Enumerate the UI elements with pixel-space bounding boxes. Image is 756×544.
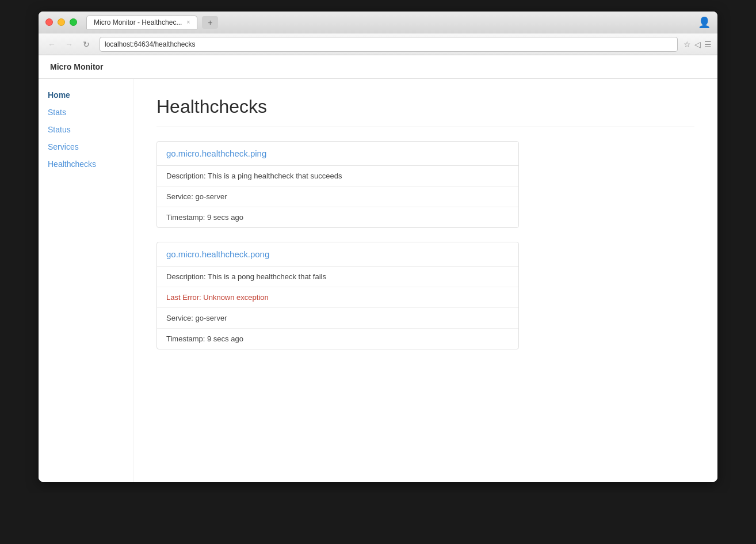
app-header: Micro Monitor bbox=[39, 55, 717, 79]
address-bar[interactable]: localhost:64634/healthchecks bbox=[100, 37, 678, 52]
close-button[interactable] bbox=[45, 18, 53, 26]
forward-button[interactable]: → bbox=[62, 37, 77, 52]
back-button[interactable]: ← bbox=[44, 37, 59, 52]
tab-close-icon[interactable]: × bbox=[186, 19, 190, 25]
healthcheck-service-ping: Service: go-server bbox=[157, 187, 518, 207]
main-content: Home Stats Status Services Healthchecks … bbox=[39, 79, 717, 482]
tab-bar: Micro Monitor - Healthchec... × + bbox=[86, 16, 698, 29]
healthcheck-service-pong: Service: go-server bbox=[157, 308, 518, 329]
refresh-button[interactable]: ↻ bbox=[79, 37, 94, 52]
title-bar: Micro Monitor - Healthchec... × + 👤 bbox=[39, 12, 717, 33]
sidebar-nav: Home Stats Status Services Healthchecks bbox=[48, 90, 124, 169]
healthcheck-description-ping: Description: This is a ping healthcheck … bbox=[157, 166, 518, 187]
nav-icons: ☆ ◁ ☰ bbox=[684, 40, 712, 49]
sidebar-item-services[interactable]: Services bbox=[48, 142, 124, 151]
url-display: localhost:64634/healthchecks bbox=[105, 40, 195, 48]
traffic-lights bbox=[45, 18, 77, 26]
user-icon: 👤 bbox=[698, 16, 711, 29]
new-tab-button[interactable]: + bbox=[202, 16, 218, 29]
sidebar: Home Stats Status Services Healthchecks bbox=[39, 79, 133, 482]
nav-bar: ← → ↻ localhost:64634/healthchecks ☆ ◁ ☰ bbox=[39, 33, 717, 55]
healthcheck-timestamp-ping: Timestamp: 9 secs ago bbox=[157, 207, 518, 227]
app-title: Micro Monitor bbox=[50, 62, 104, 71]
healthcheck-timestamp-pong: Timestamp: 9 secs ago bbox=[157, 329, 518, 349]
tab-title: Micro Monitor - Healthchec... bbox=[94, 18, 182, 26]
maximize-button[interactable] bbox=[70, 18, 77, 26]
bookmark-icon[interactable]: ☆ bbox=[684, 40, 691, 49]
sidebar-item-status[interactable]: Status bbox=[48, 125, 124, 134]
content-area: Healthchecks go.micro.healthcheck.ping D… bbox=[133, 79, 717, 482]
browser-tab[interactable]: Micro Monitor - Healthchec... × bbox=[86, 16, 197, 29]
sidebar-item-home[interactable]: Home bbox=[48, 90, 124, 100]
menu-icon[interactable]: ☰ bbox=[704, 40, 712, 49]
sidebar-item-stats[interactable]: Stats bbox=[48, 108, 124, 117]
healthcheck-card-ping: go.micro.healthcheck.ping Description: T… bbox=[156, 141, 519, 228]
speaker-icon[interactable]: ◁ bbox=[694, 40, 701, 49]
minimize-button[interactable] bbox=[58, 18, 65, 26]
healthcheck-description-pong: Description: This is a pong healthcheck … bbox=[157, 267, 518, 287]
healthcheck-name-ping[interactable]: go.micro.healthcheck.ping bbox=[157, 142, 518, 166]
sidebar-item-healthchecks[interactable]: Healthchecks bbox=[48, 159, 124, 169]
healthcheck-error-pong: Last Error: Unknown exception bbox=[157, 287, 518, 308]
browser-window: Micro Monitor - Healthchec... × + 👤 ← → … bbox=[39, 12, 717, 482]
healthcheck-card-pong: go.micro.healthcheck.pong Description: T… bbox=[156, 242, 519, 349]
healthcheck-name-pong[interactable]: go.micro.healthcheck.pong bbox=[157, 242, 518, 267]
page-title: Healthchecks bbox=[156, 96, 694, 127]
